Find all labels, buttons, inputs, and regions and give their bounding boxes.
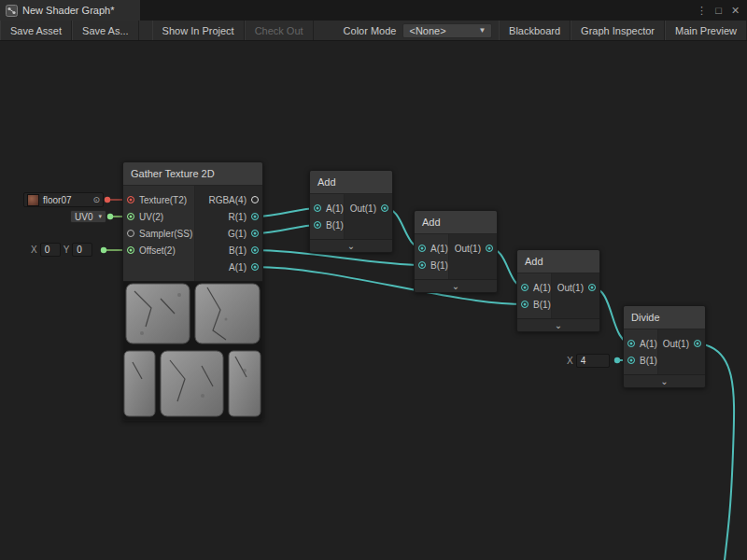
connector-dot[interactable]	[101, 247, 106, 253]
preview-toggle[interactable]: ⌄	[624, 374, 705, 387]
output-port[interactable]	[381, 204, 388, 212]
node-gather-texture-2d[interactable]: Gather Texture 2D Texture(T2) UV(2) Samp…	[122, 161, 263, 421]
node-body: A(1) B(1) Out(1)	[624, 329, 705, 374]
preview-toggle[interactable]: ⌄	[310, 239, 392, 252]
divide-b-input[interactable]: 4	[576, 354, 610, 368]
maximize-icon[interactable]: □	[712, 5, 726, 16]
node-body: A(1) B(1) Out(1)	[517, 273, 599, 318]
input-port-b[interactable]	[521, 301, 529, 308]
tab-title: New Shader Graph*	[22, 5, 114, 16]
chevron-down-icon: ▾	[98, 213, 102, 220]
input-row-uv: UV(2)	[123, 208, 194, 225]
save-asset-button[interactable]: Save Asset	[0, 21, 72, 40]
output-column: Out(1)	[657, 329, 705, 374]
x-axis-label: X	[567, 356, 573, 366]
port-label: A(1)	[533, 283, 551, 293]
output-column: Out(1)	[551, 273, 599, 318]
main-preview-button[interactable]: Main Preview	[665, 21, 747, 40]
input-column: A(1) B(1)	[517, 273, 551, 318]
input-port-b[interactable]	[418, 261, 426, 269]
node-add-1[interactable]: Add A(1) B(1) Out(1) ⌄	[309, 170, 393, 253]
kebab-menu-icon[interactable]: ⋮	[695, 5, 709, 17]
port-label: B(1)	[640, 356, 657, 366]
input-row-a: A(1)	[310, 200, 344, 217]
x-axis-label: X	[31, 245, 37, 255]
connector-dot[interactable]	[614, 357, 620, 363]
port-label: Out(1)	[350, 203, 376, 214]
node-title[interactable]: Add	[517, 250, 599, 273]
node-body: A(1) B(1) Out(1)	[310, 194, 392, 239]
port-label: A(1)	[229, 262, 247, 273]
input-column: A(1) B(1)	[624, 329, 657, 374]
port-label: R(1)	[229, 212, 247, 222]
texture-asset-name: floor07	[43, 195, 72, 205]
output-port[interactable]	[588, 284, 596, 291]
port-label: Texture(T2)	[139, 195, 187, 205]
offset-y-input[interactable]: 0	[72, 243, 92, 257]
port-label: Out(1)	[663, 339, 689, 349]
input-port-b[interactable]	[314, 221, 321, 229]
input-row-a: A(1)	[415, 240, 448, 257]
input-row-texture: Texture(T2)	[123, 191, 194, 208]
input-port-a[interactable]	[314, 204, 321, 212]
chevron-down-icon: ⌄	[452, 282, 459, 291]
input-port-uv[interactable]	[127, 213, 134, 220]
output-port-a[interactable]	[251, 263, 259, 271]
blackboard-button[interactable]: Blackboard	[499, 21, 571, 40]
node-title[interactable]: Gather Texture 2D	[123, 162, 262, 186]
texture-preview	[123, 281, 262, 420]
divide-b-field: X 4	[567, 354, 610, 368]
node-add-2[interactable]: Add A(1) B(1) Out(1) ⌄	[414, 210, 498, 293]
edge-layer	[0, 41, 747, 560]
uv-channel-dropdown[interactable]: UV0 ▾	[70, 210, 106, 223]
node-body: Texture(T2) UV(2) Sampler(SS) Offset(2) …	[123, 186, 262, 281]
shader-graph-toolbar: Save Asset Save As... Show In Project Ch…	[0, 21, 747, 41]
output-port-r[interactable]	[251, 213, 259, 220]
toolbar-right-group: Blackboard Graph Inspector Main Preview	[499, 21, 747, 40]
save-as-button[interactable]: Save As...	[72, 21, 139, 40]
node-add-3[interactable]: Add A(1) B(1) Out(1) ⌄	[516, 249, 600, 332]
object-picker-icon[interactable]: ⊙	[92, 195, 100, 204]
output-port[interactable]	[694, 340, 701, 347]
preview-toggle[interactable]: ⌄	[415, 279, 497, 292]
output-port-g[interactable]	[251, 230, 259, 237]
graph-canvas[interactable]: Gather Texture 2D Texture(T2) UV(2) Samp…	[0, 41, 747, 560]
chevron-down-icon: ⌄	[347, 242, 355, 251]
node-title[interactable]: Add	[310, 171, 392, 194]
connector-dot[interactable]	[107, 214, 113, 219]
input-port-a[interactable]	[418, 245, 426, 252]
preview-toggle[interactable]: ⌄	[517, 318, 599, 331]
output-port-b[interactable]	[251, 246, 259, 254]
input-port-a[interactable]	[627, 340, 635, 347]
input-port-offset[interactable]	[127, 246, 134, 254]
node-title[interactable]: Divide	[624, 306, 705, 329]
texture-asset-field[interactable]: floor07 ⊙	[23, 192, 104, 207]
check-out-button: Check Out	[245, 21, 314, 40]
input-port-b[interactable]	[627, 357, 635, 364]
node-title[interactable]: Add	[415, 211, 497, 234]
output-port[interactable]	[486, 245, 493, 252]
output-port-rgba[interactable]	[251, 196, 259, 203]
show-in-project-button[interactable]: Show In Project	[152, 21, 245, 40]
tab-new-shader-graph[interactable]: New Shader Graph*	[0, 0, 140, 21]
input-column: A(1) B(1)	[415, 234, 448, 279]
input-port-texture[interactable]	[127, 196, 134, 203]
output-row-g: G(1)	[195, 225, 262, 242]
texture-thumbnail	[27, 194, 39, 206]
color-mode-label: Color Mode	[344, 25, 397, 36]
output-column: Out(1)	[344, 194, 392, 239]
connector-dot[interactable]	[105, 197, 110, 203]
chevron-down-icon: ▼	[479, 26, 486, 35]
input-port-a[interactable]	[521, 284, 529, 291]
offset-x-input[interactable]: 0	[40, 243, 61, 257]
window-titlebar: New Shader Graph* ⋮ □ ✕	[0, 0, 747, 21]
close-icon[interactable]: ✕	[728, 5, 742, 17]
input-port-sampler[interactable]	[127, 230, 134, 237]
output-column: RGBA(4) R(1) G(1) B(1) A(1)	[194, 186, 262, 281]
input-row-b: B(1)	[624, 352, 657, 369]
chevron-down-icon: ⌄	[660, 377, 668, 386]
color-mode-dropdown[interactable]: <None> ▼	[402, 23, 492, 38]
graph-inspector-button[interactable]: Graph Inspector	[571, 21, 665, 40]
node-divide[interactable]: Divide A(1) B(1) Out(1) ⌄	[623, 305, 706, 388]
color-mode-value: <None>	[409, 25, 445, 36]
